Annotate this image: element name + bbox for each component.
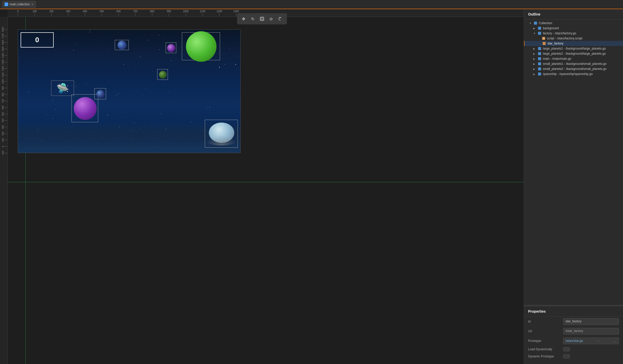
prop-row-load-dynamically: Load Dynamically bbox=[524, 346, 623, 353]
planet-ice[interactable] bbox=[205, 120, 238, 148]
properties-title: Properties bbox=[524, 306, 623, 317]
planet-green-large[interactable] bbox=[182, 32, 220, 60]
icon-background bbox=[537, 26, 542, 30]
spaceship-body: 🛸 bbox=[51, 81, 74, 96]
tree-item-collection[interactable]: ▼ Collection bbox=[524, 21, 623, 26]
ruler-canvas-wrapper: 0 🛸 bbox=[0, 9, 524, 364]
chevron-large-planets2: ▶ bbox=[533, 52, 537, 55]
tree-item-large-planets2[interactable]: ▶ large_planets2 - /background/large_pla… bbox=[524, 51, 623, 56]
label-star-factory: star_factory bbox=[547, 42, 563, 45]
icon-star-factory bbox=[542, 42, 546, 45]
prototype-label: Prototype bbox=[528, 339, 561, 343]
planet-blue-small-top[interactable] bbox=[115, 40, 129, 50]
label-large-planets1: large_planets1 - /background/large_plane… bbox=[543, 47, 606, 50]
main-collection-tab[interactable]: main.collection × bbox=[2, 1, 36, 8]
tree-item-large-planets1[interactable]: ▶ large_planets1 - /background/large_pla… bbox=[524, 46, 623, 51]
tree-item-background[interactable]: ▶ background bbox=[524, 26, 623, 31]
tree-item-factory[interactable]: ▼ factory - /stars/factory.go bbox=[524, 31, 623, 36]
main-content: ✥ ↻ ⊘ bbox=[0, 9, 623, 364]
label-small-planets1: small_planets1 - /background/small_plane… bbox=[543, 62, 606, 66]
tree-item-main[interactable]: ▶ main - /main/main.go bbox=[524, 56, 623, 61]
score-box: 0 bbox=[21, 32, 54, 48]
canvas-area: ✥ ↻ ⊘ bbox=[0, 9, 524, 364]
url-label: Url bbox=[528, 329, 561, 333]
chevron-factory: ▼ bbox=[533, 32, 537, 35]
tree-item-star-factory[interactable]: star_factory bbox=[524, 41, 623, 46]
label-collection: Collection bbox=[539, 21, 552, 25]
icon-main bbox=[537, 57, 542, 60]
label-script: script - /stars/factory.script bbox=[547, 37, 582, 40]
planet-blue-top-circle bbox=[118, 41, 126, 50]
delete-tool-button[interactable]: ⊘ bbox=[267, 15, 275, 23]
outline-tree: ▼ Collection ▶ background ▼ bbox=[524, 20, 623, 78]
toolbar: ✥ ↻ ⊘ bbox=[237, 13, 287, 24]
dynamic-prototype-label: Dynamic Prototype bbox=[528, 355, 561, 358]
reset-tool-button[interactable] bbox=[276, 15, 284, 23]
move-tool-button[interactable]: ✥ bbox=[240, 15, 248, 23]
rotate-tool-button[interactable]: ↻ bbox=[249, 15, 257, 23]
label-main: main - /main/main.go bbox=[543, 57, 571, 60]
crosshair-horizontal bbox=[8, 182, 524, 182]
icon-spaceship bbox=[537, 72, 542, 76]
ruler-left bbox=[0, 17, 8, 364]
prototype-value-field[interactable]: /stars/star.go → … bbox=[563, 338, 619, 344]
planet-green-small-mid[interactable] bbox=[157, 69, 168, 80]
chevron-large-planets1: ▶ bbox=[533, 47, 537, 50]
label-factory: factory - /stars/factory.go bbox=[543, 32, 576, 35]
planet-purple-small[interactable] bbox=[166, 42, 176, 53]
icon-large-planets2 bbox=[537, 52, 542, 55]
tree-item-small-planets1[interactable]: ▶ small_planets1 - /background/small_pla… bbox=[524, 61, 623, 66]
game-scene: 0 🛸 bbox=[18, 29, 241, 153]
planet-blue-mid-circle bbox=[96, 90, 105, 98]
id-value-field[interactable]: star_factory bbox=[563, 318, 619, 325]
tab-close-button[interactable]: × bbox=[31, 3, 33, 6]
rocks bbox=[205, 135, 238, 145]
tree-item-spaceship[interactable]: ▶ spaceship - /spaceship/spaceship.go bbox=[524, 71, 623, 77]
icon-small-planets1 bbox=[537, 62, 542, 66]
icon-factory bbox=[537, 32, 542, 35]
ruler-left-canvas bbox=[0, 17, 8, 364]
load-dynamically-label: Load Dynamically bbox=[528, 347, 561, 351]
spaceship[interactable]: 🛸 bbox=[51, 81, 74, 96]
icon-large-planets1 bbox=[537, 47, 542, 50]
label-large-planets2: large_planets2 - /background/large_plane… bbox=[543, 52, 606, 55]
prototype-more[interactable]: … bbox=[613, 339, 617, 343]
score-value: 0 bbox=[35, 36, 39, 44]
dynamic-prototype-toggle[interactable] bbox=[563, 354, 570, 358]
outline-section: Outline ▼ Collection ▶ background bbox=[524, 9, 623, 305]
icon-small-planets2 bbox=[537, 67, 542, 71]
properties-section: Properties Id star_factory Url #star_fac… bbox=[524, 306, 623, 364]
label-spaceship: spaceship - /spaceship/spaceship.go bbox=[543, 72, 593, 76]
svg-rect-0 bbox=[260, 17, 264, 21]
planet-purple-circle bbox=[74, 97, 97, 120]
icon-collection bbox=[533, 21, 538, 25]
planet-green-circle bbox=[186, 31, 216, 62]
chevron-background: ▶ bbox=[533, 27, 537, 30]
label-background: background bbox=[543, 26, 559, 30]
tree-item-small-planets2[interactable]: ▶ small_planets2 - /background/small_pla… bbox=[524, 66, 623, 71]
load-dynamically-toggle[interactable] bbox=[563, 347, 570, 351]
prop-row-url: Url #star_factory bbox=[524, 326, 623, 336]
chevron-small-planets2: ▶ bbox=[533, 68, 537, 70]
label-small-planets2: small_planets2 - /background/small_plane… bbox=[543, 67, 606, 71]
svg-rect-1 bbox=[261, 18, 263, 20]
chevron-main: ▶ bbox=[533, 57, 537, 60]
planet-green-mid-circle bbox=[159, 71, 167, 79]
url-value-field[interactable]: #star_factory bbox=[563, 328, 619, 335]
tree-item-script[interactable]: ⚙ script - /stars/factory.script bbox=[524, 36, 623, 41]
prop-row-id: Id star_factory bbox=[524, 317, 623, 326]
planet-blue-small-mid[interactable] bbox=[94, 88, 106, 99]
right-panel: Outline ▼ Collection ▶ background bbox=[524, 9, 623, 364]
tab-icon bbox=[5, 3, 8, 6]
tab-label: main.collection bbox=[10, 3, 30, 6]
id-label: Id bbox=[528, 320, 561, 323]
prototype-link-arrow: → bbox=[596, 339, 600, 343]
prop-row-prototype: Prototype /stars/star.go → … bbox=[524, 336, 623, 346]
prop-row-dynamic-prototype: Dynamic Prototype bbox=[524, 353, 623, 360]
chevron-collection: ▼ bbox=[529, 22, 533, 25]
scale-tool-button[interactable] bbox=[258, 15, 266, 23]
scene-area[interactable]: 0 🛸 bbox=[8, 17, 524, 364]
planet-purple-small-circle bbox=[167, 44, 175, 52]
outline-title: Outline bbox=[524, 9, 623, 20]
chevron-small-planets1: ▶ bbox=[533, 63, 537, 65]
